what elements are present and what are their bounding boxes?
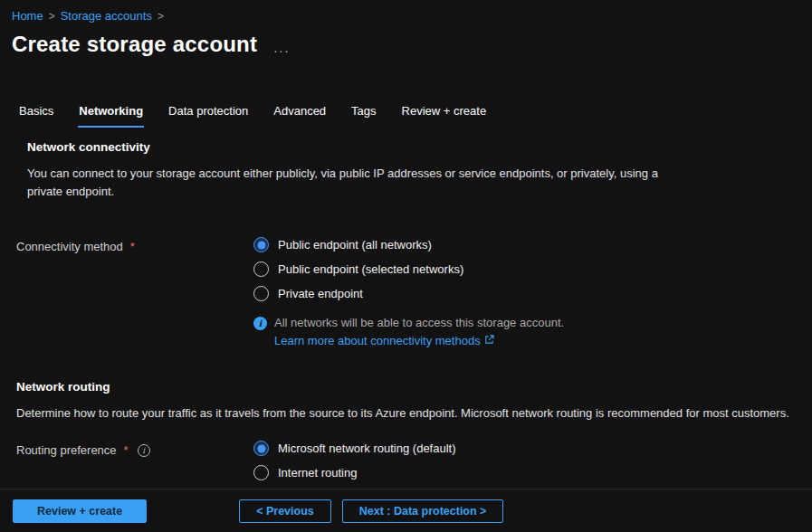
- tab-data-protection[interactable]: Data protection: [167, 100, 249, 128]
- routing-preference-field: Microsoft network routing (default) Inte…: [253, 441, 456, 480]
- learn-more-link-text: Learn more about connectivity methods: [274, 334, 481, 347]
- section-network-connectivity: Network connectivity You can connect to …: [0, 128, 812, 201]
- connectivity-method-label-col: Connectivity method*: [16, 237, 253, 347]
- more-actions-icon[interactable]: ...: [273, 34, 291, 55]
- tab-basics[interactable]: Basics: [18, 100, 54, 128]
- radio-label: Internet routing: [278, 466, 357, 480]
- radio-label: Public endpoint (selected networks): [278, 262, 463, 276]
- routing-preference-row: Routing preference* i Microsoft network …: [16, 441, 799, 480]
- radio-private-endpoint[interactable]: Private endpoint: [253, 286, 564, 301]
- review-create-button[interactable]: Review + create: [13, 499, 147, 523]
- routing-preference-label-col: Routing preference* i: [16, 441, 253, 480]
- info-text: All networks will be able to access this…: [274, 316, 564, 329]
- radio-unselected-icon[interactable]: [253, 286, 269, 301]
- tab-tags[interactable]: Tags: [350, 100, 377, 128]
- all-networks-info-note: i All networks will be able to access th…: [253, 316, 564, 347]
- radio-public-endpoint-all-networks[interactable]: Public endpoint (all networks): [253, 237, 564, 252]
- tab-advanced[interactable]: Advanced: [272, 100, 327, 128]
- network-connectivity-heading: Network connectivity: [27, 140, 799, 154]
- required-indicator: *: [130, 240, 135, 253]
- required-indicator: *: [124, 443, 129, 457]
- footer-action-bar: Review + create < Previous Next : Data p…: [0, 489, 812, 532]
- connectivity-method-field: Public endpoint (all networks) Public en…: [253, 237, 564, 347]
- previous-button[interactable]: < Previous: [239, 499, 331, 523]
- connectivity-method-radio-group: Public endpoint (all networks) Public en…: [253, 237, 564, 301]
- next-data-protection-button[interactable]: Next : Data protection >: [342, 499, 504, 523]
- radio-microsoft-network-routing[interactable]: Microsoft network routing (default): [253, 441, 456, 456]
- tab-review-create[interactable]: Review + create: [401, 100, 488, 128]
- tab-networking[interactable]: Networking: [78, 100, 144, 128]
- radio-label: Public endpoint (all networks): [278, 238, 432, 252]
- radio-unselected-icon[interactable]: [253, 465, 269, 480]
- breadcrumb-separator-icon: >: [158, 10, 164, 23]
- radio-unselected-icon[interactable]: [253, 261, 269, 277]
- radio-internet-routing[interactable]: Internet routing: [253, 465, 456, 480]
- radio-label: Microsoft network routing (default): [278, 442, 456, 455]
- radio-label: Private endpoint: [278, 287, 363, 300]
- breadcrumb-separator-icon: >: [49, 10, 55, 23]
- network-connectivity-description: You can connect to your storage account …: [27, 165, 672, 201]
- network-routing-description: Determine how to route your traffic as i…: [16, 404, 799, 423]
- learn-more-connectivity-link[interactable]: Learn more about connectivity methods: [274, 334, 494, 347]
- connectivity-method-row-wrap: Connectivity method* Public endpoint (al…: [0, 201, 812, 347]
- tab-bar: Basics Networking Data protection Advanc…: [0, 100, 812, 128]
- page-title: Create storage account: [12, 32, 257, 57]
- breadcrumb: Home > Storage accounts >: [0, 0, 812, 23]
- routing-info-icon[interactable]: i: [138, 444, 150, 457]
- radio-selected-icon[interactable]: [253, 441, 269, 456]
- section-network-routing: Network routing Determine how to route y…: [0, 367, 812, 480]
- title-row: Create storage account ...: [0, 23, 812, 57]
- breadcrumb-home-link[interactable]: Home: [12, 9, 43, 23]
- breadcrumb-storage-accounts-link[interactable]: Storage accounts: [61, 9, 152, 23]
- routing-preference-radio-group: Microsoft network routing (default) Inte…: [253, 441, 456, 480]
- network-routing-heading: Network routing: [16, 380, 799, 394]
- routing-preference-label: Routing preference: [16, 443, 117, 457]
- connectivity-method-label: Connectivity method: [16, 240, 123, 253]
- info-icon: i: [253, 317, 267, 330]
- radio-public-endpoint-selected-networks[interactable]: Public endpoint (selected networks): [253, 261, 564, 277]
- external-link-icon: [484, 334, 494, 347]
- radio-selected-icon[interactable]: [253, 237, 269, 252]
- connectivity-method-row: Connectivity method* Public endpoint (al…: [16, 237, 799, 347]
